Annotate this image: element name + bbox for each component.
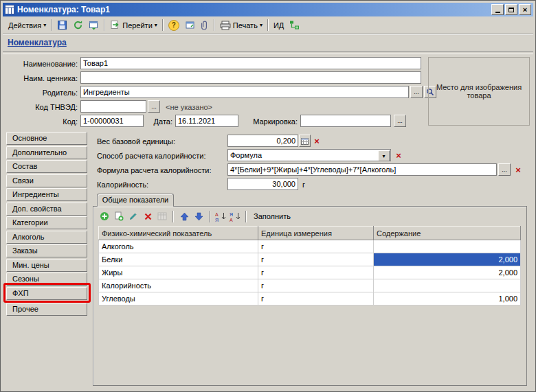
copy-icon [114,211,124,221]
column-header-indicator[interactable]: Физико-химический показатель [99,227,258,240]
reread-button[interactable] [86,19,102,32]
calc-method-select[interactable]: Формула ▾ [227,149,391,161]
table-row[interactable]: Углеводы г 1,000 [99,292,521,305]
minimize-button[interactable] [491,4,504,15]
attach-button[interactable] [198,19,212,32]
printer-icon [220,21,231,30]
unit-cell[interactable]: г [258,292,374,305]
calc-formula-input[interactable]: 4*[Белки]+9*[Жиры]+4*[Углеводы]+7*[Алког… [227,163,497,176]
add-row-button[interactable] [98,210,111,222]
weight-clear-button[interactable]: × [312,135,322,147]
refresh-icon [73,20,83,30]
save-button[interactable] [54,19,70,32]
indicator-cell[interactable]: Белки [99,253,258,266]
toolbar-separator [104,19,105,31]
content-cell[interactable] [374,240,521,253]
table-row[interactable]: Калорийность г [99,279,521,292]
parent-ellipsis-button[interactable]: ... [410,86,423,98]
svg-text:Я: Я [215,218,219,222]
unit-cell[interactable]: г [258,266,374,279]
tnved-input[interactable] [80,100,146,113]
content-cell[interactable]: 1,000 [374,292,521,305]
sidebar-item-orders[interactable]: Заказы [6,244,87,257]
levels-button[interactable] [156,210,168,222]
move-down-button[interactable] [192,210,205,222]
base-unit-weight-input[interactable]: 0,200 [227,135,298,147]
actions-button[interactable]: Действия ▾ [5,19,49,32]
formula-ellipsis-button[interactable]: ... [498,163,511,176]
product-image-placeholder[interactable]: Место для изображения товара [428,57,530,126]
table-row[interactable]: Алкоголь г [99,240,521,253]
sidebar-item-min-prices[interactable]: Мин. цены [6,259,87,272]
sidebar-item-links[interactable]: Связи [6,174,87,187]
code-input[interactable]: 1-00000031 [80,115,144,127]
sidebar-item-fhp[interactable]: ФХП [6,287,87,300]
sort-az-icon: АЯ [215,211,227,222]
marking-ellipsis-button[interactable]: ... [394,115,406,127]
sort-ascending-button[interactable]: АЯ [214,210,227,222]
unit-cell[interactable]: г [258,240,374,253]
edit-row-button[interactable] [127,210,139,222]
calories-input[interactable]: 30,000 [227,178,298,190]
calc-method-clear-button[interactable]: × [394,149,403,161]
refresh-button[interactable] [70,19,86,32]
weight-calendar-button[interactable] [299,135,311,147]
sidebar-item-extra-properties[interactable]: Доп. свойства [6,203,87,216]
toolbar-separator [267,19,269,31]
indicator-cell[interactable]: Углеводы [99,292,258,305]
name-input[interactable]: Товар1 [80,57,421,69]
grid-disabled-icon [157,211,167,221]
chevron-down-icon[interactable]: ▾ [378,150,390,161]
sidebar-item-alcohol[interactable]: Алкоголь [6,231,87,244]
unit-cell[interactable]: г [258,279,374,292]
calc-method-value: Формула [230,151,262,159]
help-button[interactable]: ? [166,19,182,32]
close-button[interactable]: × [519,4,531,15]
content-cell[interactable]: 2,000 [374,266,521,279]
sidebar-item-composition[interactable]: Состав [6,160,87,173]
sidebar-item-ingredients[interactable]: Ингредиенты [6,188,87,201]
formula-clear-button[interactable]: × [513,163,523,176]
sidebar-item-main[interactable]: Основное [6,132,87,145]
sidebar-item-additional[interactable]: Дополнительно [6,146,87,159]
sidebar-item-categories[interactable]: Категории [6,216,87,229]
indicator-cell[interactable]: Жиры [99,266,258,279]
parent-input[interactable]: Ингредиенты [80,86,409,98]
open-window-button[interactable] [182,19,198,32]
structure-icon [289,20,300,30]
marking-label: Маркировка: [241,116,298,128]
delete-row-button[interactable] [142,210,154,222]
tab-general-indicators[interactable]: Общие показатели [97,194,174,207]
base-unit-weight-label: Вес базовой единицы: [97,136,175,148]
sidebar-item-other[interactable]: Прочее [6,303,87,316]
indicator-cell[interactable]: Алкоголь [99,240,258,253]
move-up-button[interactable] [178,210,190,222]
table-row[interactable]: Жиры г 2,000 [99,266,521,279]
save-icon [57,20,67,30]
column-header-content[interactable]: Содержание [374,227,521,240]
add-copy-button[interactable] [113,210,125,222]
pencil-icon [129,211,138,221]
indicator-cell[interactable]: Калорийность [99,279,258,292]
table-row[interactable]: Белки г 2,000 [99,253,521,266]
tnved-ellipsis-button[interactable]: ... [148,100,160,113]
print-button[interactable]: Печать ▾ [217,19,265,32]
content-cell-selected[interactable]: 2,000 [374,253,521,266]
maximize-button[interactable] [505,4,517,15]
id-button[interactable]: ИД [271,19,287,32]
parent-label: Родитель: [5,87,78,99]
content-cell[interactable] [374,279,521,292]
column-header-unit[interactable]: Единица измерения [258,227,374,240]
goto-button[interactable]: Перейти ▾ [107,19,160,32]
structure-button[interactable] [287,19,302,32]
date-input[interactable]: 16.11.2021 [175,115,238,127]
code-label: Код: [5,116,78,128]
sidebar-item-seasons[interactable]: Сезоны [6,273,87,286]
fill-button[interactable]: Заполнить [251,210,293,222]
unit-cell[interactable]: г [258,253,374,266]
calories-label: Калорийность: [97,179,148,191]
marking-input[interactable] [300,115,391,127]
pricetag-name-input[interactable] [80,71,421,84]
sort-descending-button[interactable]: ЯА [229,210,241,222]
page-title: Номенклатура [8,38,67,47]
